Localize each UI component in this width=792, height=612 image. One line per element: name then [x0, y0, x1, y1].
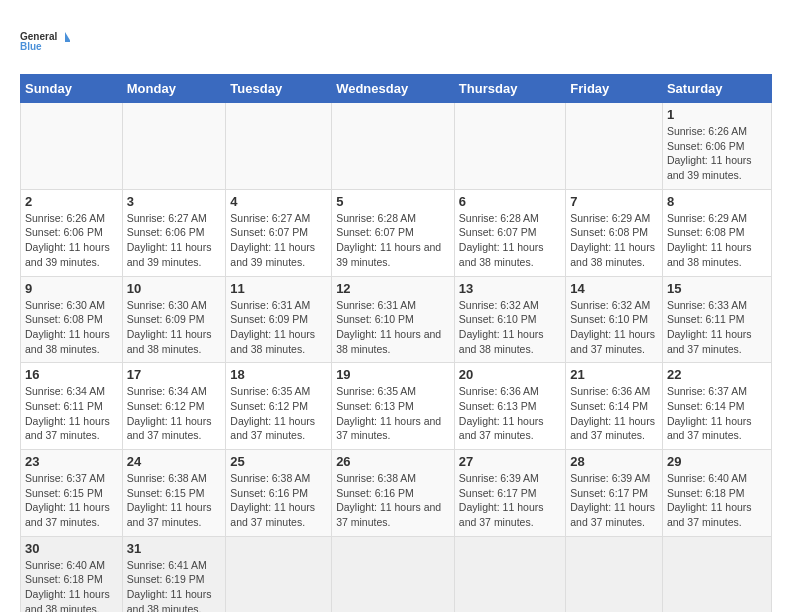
calendar-cell: 21Sunrise: 6:36 AM Sunset: 6:14 PM Dayli… — [566, 363, 663, 450]
day-number: 20 — [459, 367, 561, 382]
day-number: 27 — [459, 454, 561, 469]
calendar-cell: 17Sunrise: 6:34 AM Sunset: 6:12 PM Dayli… — [122, 363, 226, 450]
day-number: 19 — [336, 367, 450, 382]
calendar-table: Sunday Monday Tuesday Wednesday Thursday… — [20, 74, 772, 612]
calendar-cell: 8Sunrise: 6:29 AM Sunset: 6:08 PM Daylig… — [662, 189, 771, 276]
svg-text:General: General — [20, 31, 57, 42]
calendar-cell — [454, 103, 565, 190]
day-number: 28 — [570, 454, 658, 469]
day-number: 30 — [25, 541, 118, 556]
day-info: Sunrise: 6:27 AM Sunset: 6:06 PM Dayligh… — [127, 211, 222, 270]
logo: General Blue — [20, 20, 70, 64]
calendar-cell: 15Sunrise: 6:33 AM Sunset: 6:11 PM Dayli… — [662, 276, 771, 363]
day-number: 9 — [25, 281, 118, 296]
calendar-cell: 12Sunrise: 6:31 AM Sunset: 6:10 PM Dayli… — [332, 276, 455, 363]
calendar-cell: 7Sunrise: 6:29 AM Sunset: 6:08 PM Daylig… — [566, 189, 663, 276]
day-info: Sunrise: 6:41 AM Sunset: 6:19 PM Dayligh… — [127, 558, 222, 612]
calendar-cell: 11Sunrise: 6:31 AM Sunset: 6:09 PM Dayli… — [226, 276, 332, 363]
day-number: 29 — [667, 454, 767, 469]
calendar-cell: 30Sunrise: 6:40 AM Sunset: 6:18 PM Dayli… — [21, 536, 123, 612]
day-number: 31 — [127, 541, 222, 556]
day-info: Sunrise: 6:32 AM Sunset: 6:10 PM Dayligh… — [459, 298, 561, 357]
day-info: Sunrise: 6:29 AM Sunset: 6:08 PM Dayligh… — [667, 211, 767, 270]
calendar-cell — [226, 103, 332, 190]
day-number: 3 — [127, 194, 222, 209]
calendar-cell — [21, 103, 123, 190]
day-number: 17 — [127, 367, 222, 382]
calendar-cell — [566, 536, 663, 612]
day-info: Sunrise: 6:40 AM Sunset: 6:18 PM Dayligh… — [25, 558, 118, 612]
day-number: 24 — [127, 454, 222, 469]
col-saturday: Saturday — [662, 75, 771, 103]
day-info: Sunrise: 6:29 AM Sunset: 6:08 PM Dayligh… — [570, 211, 658, 270]
calendar-cell: 6Sunrise: 6:28 AM Sunset: 6:07 PM Daylig… — [454, 189, 565, 276]
day-number: 16 — [25, 367, 118, 382]
day-number: 8 — [667, 194, 767, 209]
day-number: 26 — [336, 454, 450, 469]
day-info: Sunrise: 6:37 AM Sunset: 6:15 PM Dayligh… — [25, 471, 118, 530]
day-number: 12 — [336, 281, 450, 296]
day-info: Sunrise: 6:30 AM Sunset: 6:09 PM Dayligh… — [127, 298, 222, 357]
calendar-cell — [122, 103, 226, 190]
day-info: Sunrise: 6:39 AM Sunset: 6:17 PM Dayligh… — [570, 471, 658, 530]
day-info: Sunrise: 6:34 AM Sunset: 6:12 PM Dayligh… — [127, 384, 222, 443]
day-number: 1 — [667, 107, 767, 122]
day-number: 18 — [230, 367, 327, 382]
week-row-1: 1Sunrise: 6:26 AM Sunset: 6:06 PM Daylig… — [21, 103, 772, 190]
calendar-cell: 22Sunrise: 6:37 AM Sunset: 6:14 PM Dayli… — [662, 363, 771, 450]
calendar-cell: 2Sunrise: 6:26 AM Sunset: 6:06 PM Daylig… — [21, 189, 123, 276]
calendar-cell: 18Sunrise: 6:35 AM Sunset: 6:12 PM Dayli… — [226, 363, 332, 450]
calendar-cell: 4Sunrise: 6:27 AM Sunset: 6:07 PM Daylig… — [226, 189, 332, 276]
day-number: 5 — [336, 194, 450, 209]
day-number: 6 — [459, 194, 561, 209]
calendar-cell: 20Sunrise: 6:36 AM Sunset: 6:13 PM Dayli… — [454, 363, 565, 450]
day-info: Sunrise: 6:33 AM Sunset: 6:11 PM Dayligh… — [667, 298, 767, 357]
day-info: Sunrise: 6:38 AM Sunset: 6:15 PM Dayligh… — [127, 471, 222, 530]
day-info: Sunrise: 6:30 AM Sunset: 6:08 PM Dayligh… — [25, 298, 118, 357]
calendar-cell: 29Sunrise: 6:40 AM Sunset: 6:18 PM Dayli… — [662, 450, 771, 537]
day-info: Sunrise: 6:31 AM Sunset: 6:09 PM Dayligh… — [230, 298, 327, 357]
day-info: Sunrise: 6:34 AM Sunset: 6:11 PM Dayligh… — [25, 384, 118, 443]
svg-marker-2 — [65, 32, 70, 42]
day-info: Sunrise: 6:36 AM Sunset: 6:13 PM Dayligh… — [459, 384, 561, 443]
day-number: 7 — [570, 194, 658, 209]
day-info: Sunrise: 6:32 AM Sunset: 6:10 PM Dayligh… — [570, 298, 658, 357]
logo-svg: General Blue — [20, 20, 70, 64]
day-number: 13 — [459, 281, 561, 296]
calendar-cell: 10Sunrise: 6:30 AM Sunset: 6:09 PM Dayli… — [122, 276, 226, 363]
calendar-cell: 26Sunrise: 6:38 AM Sunset: 6:16 PM Dayli… — [332, 450, 455, 537]
day-info: Sunrise: 6:39 AM Sunset: 6:17 PM Dayligh… — [459, 471, 561, 530]
day-number: 2 — [25, 194, 118, 209]
calendar-cell: 13Sunrise: 6:32 AM Sunset: 6:10 PM Dayli… — [454, 276, 565, 363]
day-number: 25 — [230, 454, 327, 469]
week-row-3: 9Sunrise: 6:30 AM Sunset: 6:08 PM Daylig… — [21, 276, 772, 363]
week-row-5: 23Sunrise: 6:37 AM Sunset: 6:15 PM Dayli… — [21, 450, 772, 537]
day-info: Sunrise: 6:37 AM Sunset: 6:14 PM Dayligh… — [667, 384, 767, 443]
day-info: Sunrise: 6:35 AM Sunset: 6:13 PM Dayligh… — [336, 384, 450, 443]
calendar-cell: 3Sunrise: 6:27 AM Sunset: 6:06 PM Daylig… — [122, 189, 226, 276]
day-info: Sunrise: 6:38 AM Sunset: 6:16 PM Dayligh… — [230, 471, 327, 530]
week-row-4: 16Sunrise: 6:34 AM Sunset: 6:11 PM Dayli… — [21, 363, 772, 450]
day-info: Sunrise: 6:28 AM Sunset: 6:07 PM Dayligh… — [336, 211, 450, 270]
page-header: General Blue — [20, 20, 772, 64]
week-row-2: 2Sunrise: 6:26 AM Sunset: 6:06 PM Daylig… — [21, 189, 772, 276]
calendar-cell: 23Sunrise: 6:37 AM Sunset: 6:15 PM Dayli… — [21, 450, 123, 537]
col-sunday: Sunday — [21, 75, 123, 103]
calendar-cell — [662, 536, 771, 612]
calendar-cell — [332, 536, 455, 612]
day-number: 14 — [570, 281, 658, 296]
calendar-cell: 16Sunrise: 6:34 AM Sunset: 6:11 PM Dayli… — [21, 363, 123, 450]
day-info: Sunrise: 6:27 AM Sunset: 6:07 PM Dayligh… — [230, 211, 327, 270]
calendar-cell: 14Sunrise: 6:32 AM Sunset: 6:10 PM Dayli… — [566, 276, 663, 363]
day-number: 10 — [127, 281, 222, 296]
col-wednesday: Wednesday — [332, 75, 455, 103]
day-number: 22 — [667, 367, 767, 382]
day-number: 4 — [230, 194, 327, 209]
calendar-cell: 19Sunrise: 6:35 AM Sunset: 6:13 PM Dayli… — [332, 363, 455, 450]
day-info: Sunrise: 6:26 AM Sunset: 6:06 PM Dayligh… — [667, 124, 767, 183]
day-info: Sunrise: 6:38 AM Sunset: 6:16 PM Dayligh… — [336, 471, 450, 530]
header-row: Sunday Monday Tuesday Wednesday Thursday… — [21, 75, 772, 103]
day-number: 15 — [667, 281, 767, 296]
day-info: Sunrise: 6:26 AM Sunset: 6:06 PM Dayligh… — [25, 211, 118, 270]
calendar-cell: 9Sunrise: 6:30 AM Sunset: 6:08 PM Daylig… — [21, 276, 123, 363]
